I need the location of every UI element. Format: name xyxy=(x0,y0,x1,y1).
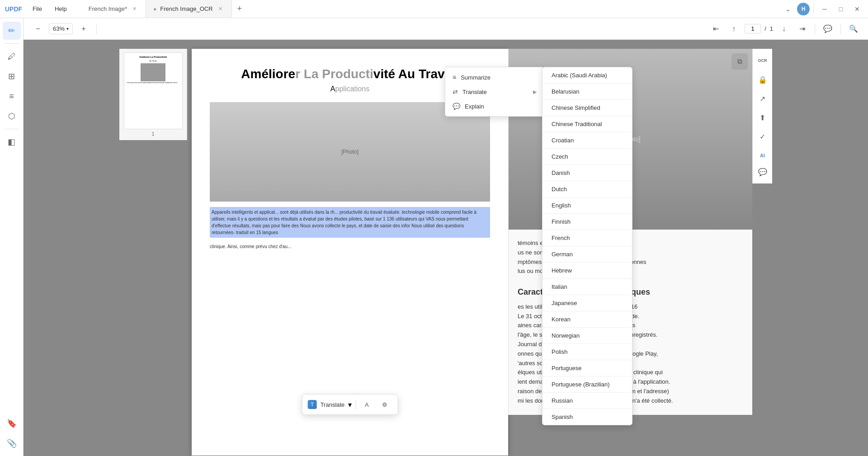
right-sidebar: OCR 🔒 ↗ ⬆ ✓ AI 💬 xyxy=(752,49,772,183)
rs-ai-icon[interactable]: AI xyxy=(755,147,771,164)
page-sep: / xyxy=(764,25,766,32)
lang-item[interactable]: Polish xyxy=(542,344,632,360)
lang-item[interactable]: Hebrew xyxy=(542,263,632,279)
menu-bar: File Help xyxy=(27,4,72,14)
lang-item[interactable]: Finnish xyxy=(542,214,632,230)
thumb-doc-inner: Améliorer La Productivité Au Travail Lor… xyxy=(124,53,182,129)
rs-convert-icon[interactable]: ↗ xyxy=(755,90,771,107)
main-layout: ✏ 🖊 ⊞ ≡ ⬡ ◧ 🔖 📎 − 63% ▾ + ⇤ ↑ / 1 xyxy=(0,18,868,456)
lang-item[interactable]: Russian xyxy=(542,393,632,409)
sidebar-sep-1 xyxy=(5,43,19,44)
sidebar-layers-icon[interactable]: ◧ xyxy=(3,133,21,151)
tab-close-french-image[interactable]: ✕ xyxy=(131,5,138,13)
lang-item[interactable]: Chinese Traditional xyxy=(542,116,632,132)
doc-viewport: Améliorer La Productivité Au Travail Lor… xyxy=(24,40,868,456)
language-dropdown: Arabic (Saudi Arabia)BelarusianChinese S… xyxy=(542,67,632,425)
translate-toolbar-icon: T xyxy=(308,400,317,409)
sidebar-sep-2 xyxy=(5,129,19,129)
thumbnail-number-1: 1 xyxy=(151,131,154,136)
tab-french-image[interactable]: French Image* ✕ xyxy=(81,0,146,18)
dropdown-arrow[interactable]: ⌄ xyxy=(781,2,795,16)
sidebar-list-icon[interactable]: ≡ xyxy=(3,87,21,105)
lang-item[interactable]: Chinese Simplified xyxy=(542,100,632,116)
lang-item[interactable]: Arabic (Saudi Arabia) xyxy=(542,67,632,84)
lang-item[interactable]: Dutch xyxy=(542,181,632,197)
rs-ocr-icon[interactable]: OCR xyxy=(755,52,771,69)
sidebar-annotate-icon[interactable]: 🖊 xyxy=(3,47,21,66)
sidebar-bookmark-icon[interactable]: 🔖 xyxy=(3,414,21,432)
first-page-button[interactable]: ⇤ xyxy=(708,22,723,36)
lang-item[interactable]: Spanish xyxy=(542,409,632,425)
lang-item[interactable]: Belarusian xyxy=(542,84,632,100)
translate-icon: ⇄ xyxy=(453,88,458,95)
avatar: H xyxy=(797,3,810,15)
lang-item[interactable]: Norwegian xyxy=(542,328,632,344)
maximize-button[interactable]: □ xyxy=(834,2,848,16)
translate-dropdown-arrow[interactable]: ▾ xyxy=(348,400,352,409)
rs-share-icon[interactable]: ⬆ xyxy=(755,109,771,126)
lang-item[interactable]: Korean xyxy=(542,311,632,328)
float-toolbar-format-button[interactable]: A xyxy=(359,397,374,412)
float-toolbar: T Translate ▾ A ⚙ xyxy=(302,394,398,415)
lang-item[interactable]: German xyxy=(542,246,632,263)
tabs-area: French Image* ✕ ● French Image_OCR ✕ + xyxy=(81,0,781,18)
copy-button[interactable]: ⧉ xyxy=(731,53,748,70)
tab-french-image-ocr[interactable]: ● French Image_OCR ✕ xyxy=(146,0,232,18)
toolbar-sep-2 xyxy=(815,24,815,34)
context-summarize[interactable]: ≡ Summarize xyxy=(445,70,544,85)
tab-add-button[interactable]: + xyxy=(232,4,248,14)
comment-button[interactable]: 💬 xyxy=(821,22,835,36)
doc-text-body: clinique. Ainsi, comme prévu chez d'au..… xyxy=(210,243,490,250)
thumbnail-img-1: Améliorer La Productivité Au Travail Lor… xyxy=(124,52,183,129)
sidebar-attachment-icon[interactable]: 📎 xyxy=(3,434,21,452)
lang-item[interactable]: French xyxy=(542,230,632,246)
toolbar-sep-3 xyxy=(840,24,841,34)
left-sidebar: ✏ 🖊 ⊞ ≡ ⬡ ◧ 🔖 📎 xyxy=(0,18,24,456)
context-explain[interactable]: 💬 Explain xyxy=(445,99,544,113)
float-toolbar-extra-button[interactable]: ⚙ xyxy=(377,397,392,412)
menu-file[interactable]: File xyxy=(27,4,47,14)
thumbnail-1[interactable]: Améliorer La Productivité Au Travail Lor… xyxy=(123,52,183,136)
close-button[interactable]: ✕ xyxy=(850,2,864,16)
page-wrapper: Améliorer La Productivité Au Travail App… xyxy=(192,49,508,456)
lang-item[interactable]: Japanese xyxy=(542,295,632,311)
lang-item[interactable]: English xyxy=(542,197,632,214)
sidebar-stamp-icon[interactable]: ⬡ xyxy=(3,107,21,125)
lang-item[interactable]: Czech xyxy=(542,149,632,165)
summarize-icon: ≡ xyxy=(453,74,456,81)
lang-item[interactable]: Portuguese (Brazilian) xyxy=(542,376,632,393)
thumb-doc-text: Lorem ipsum text content representing th… xyxy=(127,82,179,84)
rs-check-icon[interactable]: ✓ xyxy=(755,128,771,145)
rs-chat-icon[interactable]: 💬 xyxy=(755,164,771,180)
tab-label-french-image-ocr: French Image_OCR xyxy=(160,5,212,12)
explain-icon: 💬 xyxy=(453,103,460,110)
title-bar-actions: ⌄ H ─ □ ✕ xyxy=(781,2,868,16)
page-input[interactable] xyxy=(745,24,761,33)
lang-item[interactable]: Croatian xyxy=(542,132,632,149)
zoom-in-button[interactable]: + xyxy=(76,22,91,36)
lang-item[interactable]: Danish xyxy=(542,165,632,181)
sidebar-organize-icon[interactable]: ⊞ xyxy=(3,67,21,85)
content-area: − 63% ▾ + ⇤ ↑ / 1 ↓ ⇥ 💬 🔍 xyxy=(24,18,868,456)
toolbar-sep-1 xyxy=(96,24,97,34)
next-page-button[interactable]: ↓ xyxy=(777,22,791,36)
context-translate-label: Translate xyxy=(462,89,487,95)
sidebar-edit-icon[interactable]: ✏ xyxy=(3,22,21,40)
last-page-button[interactable]: ⇥ xyxy=(795,22,809,36)
context-summarize-label: Summarize xyxy=(461,74,491,81)
title-sep xyxy=(813,4,814,14)
lang-item[interactable]: Italian xyxy=(542,279,632,295)
tab-close-french-image-ocr[interactable]: ✕ xyxy=(217,5,224,13)
thumbnail-panel: Améliorer La Productivité Au Travail Lor… xyxy=(119,49,187,140)
float-toolbar-sep xyxy=(355,400,356,409)
context-translate[interactable]: ⇄ Translate ▶ xyxy=(445,85,544,99)
zoom-out-button[interactable]: − xyxy=(31,22,45,36)
search-button[interactable]: 🔍 xyxy=(846,22,861,36)
minimize-button[interactable]: ─ xyxy=(817,2,832,16)
doc-text-selected[interactable]: Appareils intelligents et applicat... so… xyxy=(210,207,490,238)
lang-item[interactable]: Portuguese xyxy=(542,360,632,376)
prev-page-button[interactable]: ↑ xyxy=(726,22,741,36)
rs-protect-icon[interactable]: 🔒 xyxy=(755,71,771,88)
thumb-photo-area xyxy=(141,63,165,81)
menu-help[interactable]: Help xyxy=(49,4,72,14)
